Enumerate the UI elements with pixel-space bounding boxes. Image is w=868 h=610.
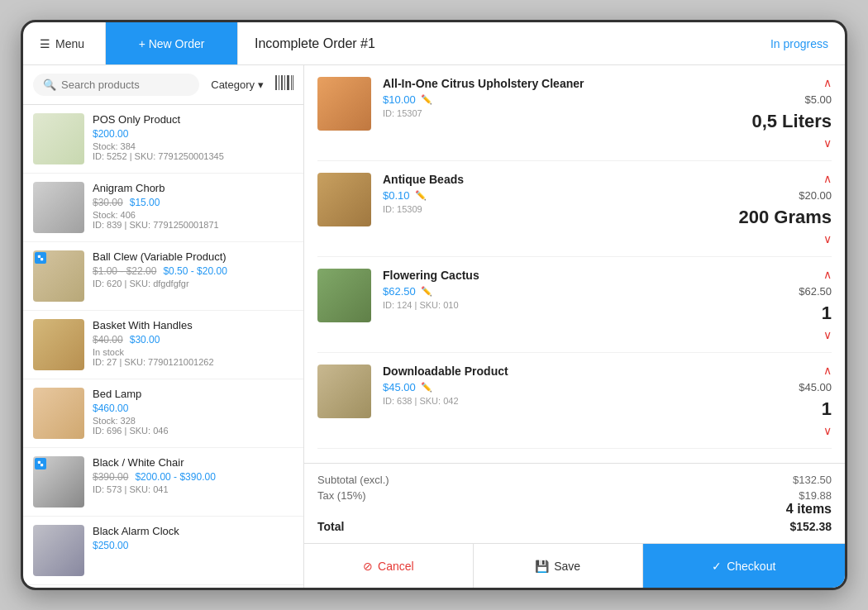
product-thumbnail [33, 113, 84, 164]
current-price: $15.00 [130, 197, 160, 208]
stock-info: Stock: 384 [93, 141, 293, 151]
product-name: Black / White Chair [93, 456, 293, 469]
svg-rect-1 [279, 75, 279, 90]
quantity-down-button[interactable]: ∨ [823, 329, 832, 341]
total-row: Total $152.38 [317, 520, 832, 533]
product-id: ID: 696 | SKU: 046 [93, 426, 293, 436]
product-name: Black Alarm Clock [93, 525, 293, 537]
original-price: $390.00 [93, 471, 128, 483]
quantity-up-button[interactable]: ∧ [823, 365, 832, 376]
svg-rect-7 [38, 255, 41, 258]
current-price: $460.00 [93, 403, 128, 414]
current-price: $30.00 [130, 334, 160, 346]
svg-rect-8 [41, 258, 43, 260]
barcode-icon[interactable] [275, 75, 293, 94]
new-order-button[interactable]: + New Order [106, 22, 238, 64]
total-label: Total [317, 520, 344, 533]
product-info: Ball Clew (Variable Product)$1.00 - $22.… [93, 250, 293, 288]
product-name: POS Only Product [93, 113, 293, 126]
checkout-label: Checkout [727, 560, 775, 573]
price-row: $1.00 - $22.00$0.50 - $20.00 [93, 265, 293, 277]
quantity-down-button[interactable]: ∨ [823, 137, 832, 149]
original-price: $1.00 - $22.00 [93, 265, 156, 277]
subtotal-row: Subtotal (excl.) $132.50 [317, 474, 832, 486]
item-price: $10.00 [383, 93, 416, 106]
search-input[interactable] [61, 79, 189, 91]
svg-rect-0 [275, 75, 277, 90]
product-id: ID: 5252 | SKU: 7791250001345 [93, 151, 293, 161]
product-id: ID: 27 | SKU: 7790121001262 [93, 357, 293, 367]
item-quantity: 1 [822, 303, 832, 324]
current-price: $200.00 - $390.00 [135, 471, 215, 483]
product-item[interactable]: Black / White Chair$390.00$200.00 - $390… [23, 448, 303, 517]
stock-info: Stock: 406 [93, 210, 293, 220]
order-item-right: ∧$20.00200 Grams∨ [732, 173, 832, 245]
order-item-thumbnail [317, 77, 371, 131]
product-item[interactable]: Bed Lamp$460.00Stock: 328ID: 696 | SKU: … [23, 379, 303, 448]
order-item-name: Flowering Cactus [383, 269, 721, 282]
product-id: ID: 620 | SKU: dfgdfgfgr [93, 279, 293, 288]
svg-rect-6 [293, 75, 293, 90]
product-thumbnail [33, 525, 84, 576]
product-id: ID: 573 | SKU: 041 [93, 484, 293, 494]
order-item-price-row: $45.00✏️ [383, 381, 721, 393]
product-name: Anigram Chorb [93, 182, 293, 194]
tax-row: Tax (15%) $19.88 4 items [317, 489, 832, 517]
order-item-right: ∧$5.000,5 Liters∨ [732, 77, 832, 149]
order-item-name: Downloadable Product [383, 365, 721, 378]
order-items: All-In-One Citrus Upholstery Cleaner$10.… [304, 65, 845, 463]
bottom-bar: ⊘ Cancel 💾 Save ✓ Checkout [304, 543, 845, 588]
edit-price-icon[interactable]: ✏️ [415, 190, 427, 201]
item-price: $62.50 [383, 285, 416, 298]
order-summary: Subtotal (excl.) $132.50 Tax (15%) $19.8… [304, 463, 845, 543]
order-item-name: All-In-One Citrus Upholstery Cleaner [383, 77, 721, 90]
product-id: ID: 839 | SKU: 7791250001871 [93, 220, 293, 230]
quantity-down-button[interactable]: ∨ [823, 425, 832, 436]
edit-price-icon[interactable]: ✏️ [421, 94, 432, 105]
original-price: $30.00 [93, 197, 123, 208]
product-item[interactable]: Ball Clew (Variable Product)$1.00 - $22.… [23, 242, 303, 311]
product-info: Basket With Handles$40.00$30.00In stockI… [93, 319, 293, 367]
svg-rect-5 [291, 75, 292, 90]
order-item: All-In-One Citrus Upholstery Cleaner$10.… [317, 65, 832, 161]
quantity-down-button[interactable]: ∨ [823, 233, 832, 245]
menu-button[interactable]: ☰ Menu [23, 22, 106, 64]
order-item-price-row: $62.50✏️ [383, 285, 721, 298]
subtotal-value: $132.50 [793, 474, 832, 486]
order-item-info: Flowering Cactus$62.50✏️ID: 124 | SKU: 0… [383, 269, 721, 310]
product-thumbnail [33, 456, 84, 508]
search-icon: 🔍 [43, 79, 56, 91]
product-item[interactable]: POS Only Product$200.00Stock: 384ID: 525… [23, 105, 303, 174]
edit-price-icon[interactable]: ✏️ [421, 286, 432, 297]
product-item[interactable]: Basket With Handles$40.00$30.00In stockI… [23, 311, 303, 379]
search-input-wrapper: 🔍 [33, 74, 199, 96]
svg-rect-4 [287, 75, 289, 90]
search-bar: 🔍 Category ▾ [23, 65, 303, 105]
order-item-right: ∧$45.001∨ [732, 365, 832, 436]
product-info: Bed Lamp$460.00Stock: 328ID: 696 | SKU: … [93, 388, 293, 436]
tax-value: $19.88 [799, 489, 832, 502]
save-button[interactable]: 💾 Save [474, 544, 643, 588]
product-item[interactable]: Anigram Chorb$30.00$15.00Stock: 406ID: 8… [23, 174, 303, 242]
menu-label: Menu [55, 37, 84, 50]
price-row: $390.00$200.00 - $390.00 [93, 471, 293, 483]
quantity-up-button[interactable]: ∧ [823, 173, 832, 184]
quantity-up-button[interactable]: ∧ [823, 77, 832, 88]
subtotal-label: Subtotal (excl.) [317, 474, 389, 486]
order-item-price-row: $10.00✏️ [383, 93, 721, 106]
stock-info: Stock: 328 [93, 416, 293, 426]
product-item[interactable]: Black Alarm Clock$250.00 [23, 517, 303, 585]
quantity-up-button[interactable]: ∧ [823, 269, 832, 280]
top-bar: ☰ Menu + New Order Incomplete Order #1 I… [23, 22, 845, 65]
order-item-info: All-In-One Citrus Upholstery Cleaner$10.… [383, 77, 721, 118]
current-price: $200.00 [93, 128, 128, 140]
edit-price-icon[interactable]: ✏️ [421, 382, 432, 393]
item-price: $45.00 [383, 381, 416, 393]
order-item: Downloadable Product$45.00✏️ID: 638 | SK… [317, 353, 832, 449]
svg-rect-9 [38, 461, 41, 464]
chevron-down-icon: ▾ [258, 79, 264, 91]
cancel-button[interactable]: ⊘ Cancel [304, 544, 474, 588]
category-dropdown[interactable]: Category ▾ [206, 75, 269, 94]
variable-badge [35, 458, 46, 469]
checkout-button[interactable]: ✓ Checkout [643, 544, 846, 588]
